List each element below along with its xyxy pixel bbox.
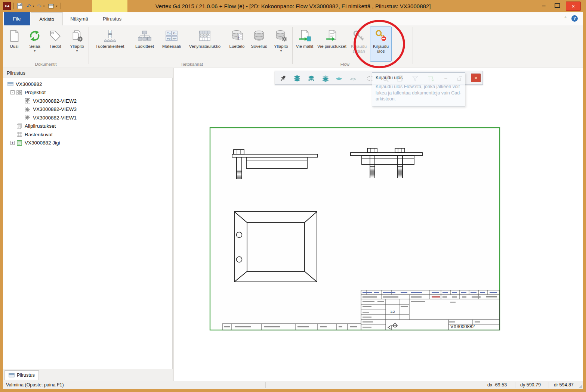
new-window-button[interactable] (47, 2, 55, 10)
tree-item-rasterikuvat[interactable]: Rasterikuvat (3, 130, 172, 139)
tree-item-label: VX3000882 Jigi (25, 140, 60, 146)
tree-item-label: VX3000882-VIEW3 (33, 106, 77, 112)
window-title: Vertex G4 2015 / 21.0.06 + Flow (e) - [2… (75, 0, 511, 12)
ribbon-button-tuoterakenteet[interactable]: ii Tuoterakenteet (91, 27, 129, 62)
layer-single-button[interactable] (333, 73, 345, 84)
window-dropdown[interactable]: ▾ (55, 2, 58, 10)
new-document-icon (8, 29, 21, 42)
ribbon-group-label: Flow (294, 62, 395, 66)
tree-item-root[interactable]: VX3000882 (3, 80, 172, 88)
status-divider (549, 382, 549, 388)
ribbon-button-luettelo[interactable]: 1.2.3. Luettelo (226, 27, 247, 62)
database-icon (253, 30, 265, 42)
export-drawings-icon (326, 29, 338, 42)
table-grid-icon (198, 30, 211, 42)
save-button[interactable] (16, 2, 24, 10)
ribbon-button-sovellus[interactable]: Sovellus (248, 27, 270, 62)
tree-expand-toggle[interactable]: + (10, 141, 15, 145)
tree-item-projektiot[interactable]: - Projektiot (3, 88, 172, 97)
svg-text:Zn: Zn (173, 32, 176, 35)
tree-item-label: VX3000882 (16, 81, 42, 87)
tab-piirustus-bottom[interactable]: Piirustus (4, 370, 39, 380)
ribbon-button-venymataulukko[interactable]: Venymätaulukko (184, 27, 226, 62)
tree-item-label: VX3000882-VIEW1 (33, 115, 77, 121)
tree-item-view[interactable]: VX3000882-VIEW1 (3, 113, 172, 122)
dropdown-caret-icon: ▾ (76, 49, 78, 53)
tree-item-jigi[interactable]: + VX3000882 Jigi (3, 139, 172, 147)
ribbon-button-uusi[interactable]: Uusi (4, 27, 24, 62)
layers-visible-button[interactable] (320, 73, 331, 84)
export-models-icon (298, 29, 311, 42)
pin-toolbar-button[interactable] (277, 73, 289, 84)
subdrawings-icon (16, 123, 22, 129)
panel-bottom-tabs: Piirustus (3, 369, 173, 381)
materials-periodic-icon: CuZnPbPP (166, 30, 178, 41)
collapse-ribbon-button[interactable]: ^ (564, 15, 567, 21)
ribbon-button-selaa[interactable]: Selaa ▾ (25, 27, 44, 62)
ribbon-button-label: Ylläpito (70, 44, 84, 49)
undo-icon: ↶ (27, 3, 31, 9)
chevron-down-icon: ▾ (33, 4, 34, 8)
view-crosshair-icon (25, 106, 31, 112)
resize-grip[interactable] (579, 385, 582, 388)
ribbon-button-materiaali[interactable]: CuZnPbPP Materiaali (160, 27, 183, 62)
drawing-window-icon (9, 372, 15, 378)
tooltip-kirjaudu-ulos: Kirjaudu ulos Kirjaudu ulos Flow:sta, jo… (372, 72, 465, 106)
view-crosshair-icon (25, 98, 31, 104)
quickbar-separator (13, 3, 14, 9)
layers-all-button[interactable] (292, 73, 303, 84)
tab-arkisto[interactable]: Arkisto (31, 12, 63, 25)
status-bar: Valmiina (Opaste: paina F1) dx -69.53 dy… (3, 381, 583, 389)
layers-partial-icon (322, 75, 329, 82)
tooltip-body: Kirjaudu ulos Flow:sta, jonka jälkeen vo… (376, 84, 462, 102)
tree-item-view[interactable]: VX3000882-VIEW3 (3, 105, 172, 114)
quickbar-separator (61, 3, 61, 9)
dropdown-caret-icon: ▾ (280, 49, 282, 53)
toolbar-close-button[interactable]: × (471, 74, 481, 82)
app-logo-icon[interactable]: G4 (3, 2, 11, 10)
help-button[interactable]: ? (571, 15, 578, 22)
ribbon-button-label: Vie piirustukset (317, 44, 346, 49)
annotation-highlight (92, 0, 127, 12)
tab-file[interactable]: File (4, 12, 30, 25)
layers-stack-icon (308, 75, 315, 82)
ribbon-button-yllapito-dokumentit[interactable]: Ylläpito ▾ (67, 27, 87, 62)
minimize-button[interactable]: – (538, 1, 549, 10)
drawing-canvas[interactable] (173, 68, 583, 381)
tree-item-view[interactable]: VX3000882-VIEW2 (3, 97, 172, 105)
tab-piirustus[interactable]: Piirustus (96, 12, 129, 25)
ribbon-button-label: Tiedot (49, 44, 61, 49)
tree-item-label: Projektiot (25, 90, 46, 95)
window-icon (48, 4, 54, 9)
ribbon-button-label: Ylläpito (274, 44, 288, 49)
ribbon-button-yllapito-tietokannat[interactable]: Ylläpito ▾ (271, 27, 292, 62)
ribbon-button-vie-mallit[interactable]: Vie mallit (294, 27, 315, 62)
layer-flat-button[interactable] (348, 73, 359, 84)
ribbon-group-label: Tietokannat (91, 62, 292, 66)
maximize-button[interactable] (552, 1, 563, 10)
database-gear-icon (275, 30, 287, 42)
tree-item-alipiirustukset[interactable]: Alipiirustukset (3, 122, 172, 131)
redo-dropdown[interactable]: ▾ (42, 2, 46, 10)
svg-text:3.: 3. (238, 38, 240, 40)
ribbon-button-tiedot[interactable]: Tiedot (46, 27, 65, 62)
tab-nakyma[interactable]: Näkymä (64, 12, 95, 25)
ribbon-button-vie-piirustukset[interactable]: Vie piirustukset (316, 27, 348, 62)
ribbon-button-kirjaudu-ulos[interactable]: Kirjaudu ulos (370, 27, 392, 62)
close-icon: × (572, 3, 575, 9)
layers-used-button[interactable] (306, 73, 317, 84)
tree-collapse-toggle[interactable]: - (10, 90, 15, 94)
ribbon-button-label: Sovellus (251, 44, 267, 49)
undo-dropdown[interactable]: ▾ (31, 2, 35, 10)
ribbon-button-luokitteet[interactable]: Luokitteet (130, 27, 159, 62)
svg-text:Cu: Cu (167, 32, 170, 35)
window-frame-bottom (0, 389, 586, 392)
tree-item-label: Alipiirustukset (25, 123, 56, 129)
close-button[interactable]: × (566, 1, 581, 11)
group-divider (89, 27, 89, 64)
drawing-window-icon (7, 81, 13, 87)
logout-key-icon (374, 29, 387, 42)
ribbon-tab-row: File Arkisto Näkymä Piirustus ^ ? (3, 12, 583, 25)
jig-document-icon (16, 140, 22, 146)
ribbon-group-label: Dokumentit (3, 62, 89, 66)
